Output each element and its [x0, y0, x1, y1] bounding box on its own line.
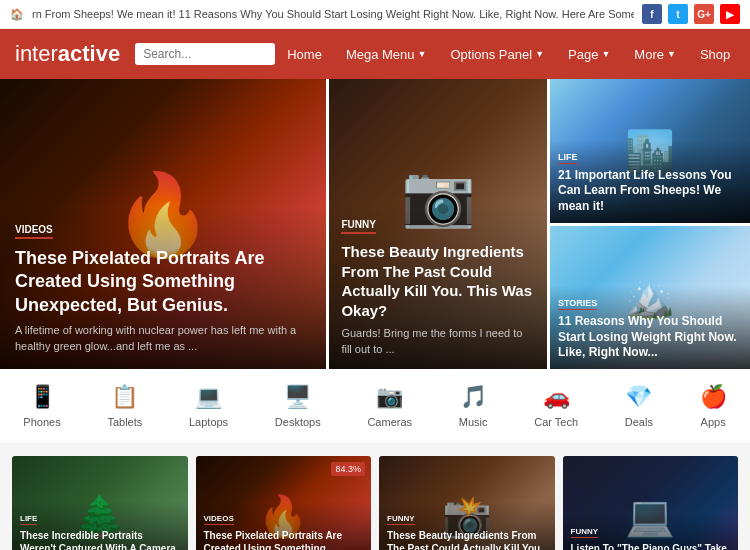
cat-apps-label: Apps	[701, 416, 726, 428]
cat-cameras-label: Cameras	[367, 416, 412, 428]
hero-right-bottom-title: 11 Reasons Why You Should Start Losing W…	[558, 314, 742, 361]
cat-laptops-label: Laptops	[189, 416, 228, 428]
nav-options-panel[interactable]: Options Panel ▼	[438, 31, 556, 78]
camera-icon: 📷	[376, 384, 403, 410]
article-card-3-title: Listen To "The Piano Guys" Take You Thro…	[571, 542, 731, 550]
hero-right: LIFE 21 Important Life Lessons You Can L…	[550, 79, 750, 369]
cat-deals[interactable]: 💎 Deals	[615, 384, 663, 428]
hero-main-overlay: VIDEOS These Pixelated Portraits Are Cre…	[0, 206, 326, 369]
article-card-2-overlay: FUNNY These Beauty Ingredients From The …	[379, 501, 555, 550]
article-card-2-title: These Beauty Ingredients From The Past C…	[387, 529, 547, 550]
cat-desktops-label: Desktops	[275, 416, 321, 428]
music-icon: 🎵	[460, 384, 487, 410]
logo-inter: inter	[15, 41, 58, 66]
cat-cameras[interactable]: 📷 Cameras	[357, 384, 422, 428]
article-card-1-title: These Pixelated Portraits Are Created Us…	[204, 529, 364, 550]
nav-more[interactable]: More ▼	[622, 31, 688, 78]
hero-right-bottom[interactable]: STORIES 11 Reasons Why You Should Start …	[550, 226, 750, 370]
hero-section: VIDEOS These Pixelated Portraits Are Cre…	[0, 79, 750, 369]
home-icon: 🏠	[10, 8, 24, 21]
hero-mid-title: These Beauty Ingredients From The Past C…	[341, 242, 535, 320]
youtube-ticker-icon[interactable]: ▶	[720, 4, 740, 24]
article-card-1[interactable]: 84.3% VIDEOS These Pixelated Portraits A…	[196, 456, 372, 550]
cat-deals-label: Deals	[625, 416, 653, 428]
article-card-1-badge: 84.3%	[331, 462, 365, 476]
cat-cartech[interactable]: 🚗 Car Tech	[524, 384, 588, 428]
article-card-3-tag: FUNNY	[571, 527, 599, 538]
nav-mega-menu[interactable]: Mega Menu ▼	[334, 31, 439, 78]
article-card-1-overlay: VIDEOS These Pixelated Portraits Are Cre…	[196, 501, 372, 550]
ticker-bar: 🏠 rn From Sheeps! We mean it! 11 Reasons…	[0, 0, 750, 29]
hero-right-top[interactable]: LIFE 21 Important Life Lessons You Can L…	[550, 79, 750, 226]
article-card-2[interactable]: FUNNY These Beauty Ingredients From The …	[379, 456, 555, 550]
cat-music-label: Music	[459, 416, 488, 428]
hero-right-top-overlay: LIFE 21 Important Life Lessons You Can L…	[550, 140, 750, 223]
cat-apps[interactable]: 🍎 Apps	[690, 384, 737, 428]
hero-mid-overlay: FUNNY These Beauty Ingredients From The …	[329, 204, 547, 369]
hero-right-bottom-overlay: STORIES 11 Reasons Why You Should Start …	[550, 286, 750, 369]
hero-main-desc: A lifetime of working with nuclear power…	[15, 323, 311, 354]
cat-music[interactable]: 🎵 Music	[449, 384, 498, 428]
header: interactive Home Mega Menu ▼ Options Pan…	[0, 29, 750, 79]
hero-main-title: These Pixelated Portraits Are Created Us…	[15, 247, 311, 317]
article-card-3-overlay: FUNNY Listen To "The Piano Guys" Take Yo…	[563, 514, 739, 550]
article-cards: LIFE These Incredible Portraits Weren't …	[0, 444, 750, 550]
facebook-ticker-icon[interactable]: f	[642, 4, 662, 24]
article-card-2-tag: FUNNY	[387, 514, 415, 525]
phone-icon: 📱	[29, 384, 56, 410]
hero-right-top-title: 21 Important Life Lessons You Can Learn …	[558, 168, 742, 215]
hero-mid[interactable]: FUNNY These Beauty Ingredients From The …	[326, 79, 550, 369]
cat-tablets[interactable]: 📋 Tablets	[97, 384, 152, 428]
google-ticker-icon[interactable]: G+	[694, 4, 714, 24]
article-card-0-tag: LIFE	[20, 514, 37, 525]
cat-laptops[interactable]: 💻 Laptops	[179, 384, 238, 428]
categories-bar: 📱 Phones 📋 Tablets 💻 Laptops 🖥️ Desktops…	[0, 369, 750, 444]
desktop-icon: 🖥️	[284, 384, 311, 410]
hero-right-bottom-tag: STORIES	[558, 298, 597, 310]
nav-home[interactable]: Home	[275, 31, 334, 78]
cat-cartech-label: Car Tech	[534, 416, 578, 428]
logo: interactive	[15, 41, 120, 67]
laptop-icon: 💻	[195, 384, 222, 410]
cat-desktops[interactable]: 🖥️ Desktops	[265, 384, 331, 428]
hero-right-top-tag: LIFE	[558, 152, 578, 164]
deals-icon: 💎	[625, 384, 652, 410]
cat-phones[interactable]: 📱 Phones	[13, 384, 70, 428]
cat-phones-label: Phones	[23, 416, 60, 428]
hero-mid-tag: FUNNY	[341, 219, 375, 234]
tablet-icon: 📋	[111, 384, 138, 410]
ticker-text: rn From Sheeps! We mean it! 11 Reasons W…	[32, 8, 634, 20]
main-nav: Home Mega Menu ▼ Options Panel ▼ Page ▼ …	[275, 31, 742, 78]
article-card-0-overlay: LIFE These Incredible Portraits Weren't …	[12, 501, 188, 550]
hero-mid-desc: Guards! Bring me the forms I need to fil…	[341, 326, 535, 357]
search-input[interactable]	[135, 43, 275, 65]
hero-main[interactable]: VIDEOS These Pixelated Portraits Are Cre…	[0, 79, 326, 369]
article-card-0[interactable]: LIFE These Incredible Portraits Weren't …	[12, 456, 188, 550]
car-icon: 🚗	[543, 384, 570, 410]
article-card-0-title: These Incredible Portraits Weren't Captu…	[20, 529, 180, 550]
apps-icon: 🍎	[700, 384, 727, 410]
twitter-ticker-icon[interactable]: t	[668, 4, 688, 24]
nav-page[interactable]: Page ▼	[556, 31, 622, 78]
cat-tablets-label: Tablets	[107, 416, 142, 428]
article-card-3[interactable]: FUNNY Listen To "The Piano Guys" Take Yo…	[563, 456, 739, 550]
logo-active: active	[58, 41, 120, 66]
hero-main-tag: VIDEOS	[15, 224, 53, 239]
article-card-1-tag: VIDEOS	[204, 514, 234, 525]
nav-shop[interactable]: Shop	[688, 31, 742, 78]
